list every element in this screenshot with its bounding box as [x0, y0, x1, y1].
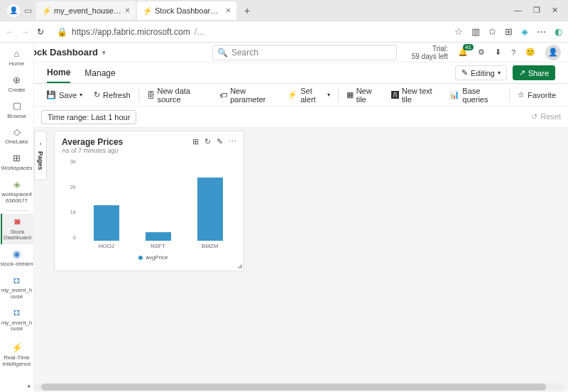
edit-tile-icon[interactable]: ✎	[217, 137, 223, 146]
collections-icon[interactable]: ▥	[471, 26, 480, 37]
new-text-tile-button[interactable]: 🅰New text tile	[386, 84, 444, 107]
rail-workspaces[interactable]: ⊞Workspaces	[1, 150, 33, 175]
resize-handle[interactable]: ◢	[237, 262, 242, 269]
minimize-icon[interactable]: —	[514, 6, 522, 15]
copilot-icon[interactable]: ◐	[555, 26, 562, 37]
forward-icon[interactable]: →	[21, 27, 30, 37]
url-text: https://app.fabric.microsoft.com	[72, 27, 190, 37]
favorites-icon[interactable]: ✩	[488, 26, 496, 37]
editing-button[interactable]: ✎Editing▾	[455, 65, 507, 80]
x-axis: HOOJ NSFT BMZM	[80, 243, 236, 249]
star-icon[interactable]: ☆	[454, 26, 463, 37]
url-path: /...	[195, 27, 204, 37]
pages-label: Pages	[37, 151, 44, 170]
dashboard-canvas: › Pages Average Prices As of 7 minutes a…	[34, 128, 568, 383]
bolt-icon: ⚡	[143, 6, 151, 15]
rail-home[interactable]: ⌂Home	[1, 45, 33, 70]
chevron-right-icon: ›	[40, 141, 42, 147]
set-alert-button[interactable]: ⚡Set alert▾	[283, 84, 334, 107]
share-button[interactable]: ↗Share	[513, 65, 555, 80]
queries-icon: 📊	[449, 90, 459, 99]
horizontal-scrollbar[interactable]: ◂ ▸	[34, 383, 565, 391]
feedback-icon[interactable]: 🙂	[525, 48, 535, 57]
stream-icon: ◉	[11, 249, 23, 260]
close-window-icon[interactable]: ✕	[552, 6, 558, 15]
more-icon[interactable]: ⋯	[537, 26, 546, 37]
close-icon[interactable]: ×	[125, 6, 130, 16]
tab-manage[interactable]: Manage	[84, 64, 115, 82]
notif-badge: 41	[463, 44, 474, 50]
save-button[interactable]: 💾Save▾	[41, 87, 87, 102]
search-placeholder: Search	[231, 48, 258, 58]
tile-subtitle: As of 7 minutes ago	[62, 147, 123, 154]
back-icon[interactable]: ←	[6, 27, 14, 37]
browser-tab-bar: 👤 ▭ ⚡ my_event_house - Real-Time Inte × …	[0, 0, 568, 21]
bolt-icon: ⚡	[42, 6, 50, 15]
settings-icon[interactable]: ⚙	[478, 48, 485, 57]
browser-tab[interactable]: ⚡ Stock Dashboard - Real-Time Inte ×	[137, 1, 236, 20]
toolbar: 💾Save▾ ↻Refresh 🗄New data source 🏷New pa…	[34, 84, 568, 107]
lock-icon: 🔒	[57, 27, 67, 37]
rail-create[interactable]: ⊕Create	[1, 72, 33, 97]
plus-icon: ⊕	[11, 75, 23, 86]
new-tile-button[interactable]: ▦New tile	[342, 84, 385, 107]
workspaces-icon: ⊞	[11, 153, 23, 164]
time-range-selector[interactable]: Time range: Last 1 hour	[41, 110, 136, 124]
close-icon[interactable]: ×	[226, 6, 231, 16]
bolt-icon: ⚡	[11, 342, 23, 354]
rail-onelake[interactable]: ◇OneLake	[1, 124, 33, 148]
browser-tab[interactable]: ⚡ my_event_house - Real-Time Inte ×	[36, 1, 136, 20]
pages-panel-toggle[interactable]: › Pages	[34, 131, 47, 180]
rail-stock-dashboard[interactable]: ◙Stock Dashboard	[1, 214, 33, 245]
refresh-icon: ↻	[94, 90, 100, 99]
chevron-down-icon[interactable]: ▾	[102, 49, 106, 56]
rail-label: Workspaces	[1, 165, 33, 172]
search-icon: 🔍	[217, 48, 228, 58]
rail-label: Stock Dashboard	[2, 229, 33, 242]
eventhouse-icon: ◘	[11, 307, 23, 319]
page-title[interactable]: Stock Dashboard ▾	[22, 47, 106, 58]
trial-status: Trial: 59 days left	[412, 45, 448, 60]
maximize-icon[interactable]: ❐	[533, 6, 540, 15]
new-parameter-button[interactable]: 🏷New parameter	[214, 84, 281, 107]
refresh-icon[interactable]: ↻	[37, 27, 44, 37]
scroll-left-icon[interactable]: ◂	[27, 383, 30, 389]
chevron-down-icon: ▾	[498, 70, 501, 76]
url-input[interactable]: 🔒 https://app.fabric.microsoft.com /...	[51, 27, 447, 37]
favorite-button[interactable]: ☆Favorite	[513, 87, 561, 102]
reset-button[interactable]: ↺Reset	[531, 112, 561, 121]
rail-event-house-1[interactable]: ◘my_event_house	[1, 272, 33, 303]
download-icon[interactable]: ⬇	[495, 48, 501, 57]
base-queries-button[interactable]: 📊Base queries	[444, 84, 506, 107]
more-tile-icon[interactable]: ⋯	[229, 137, 236, 146]
rail-workspace4[interactable]: ◈workspace46360677	[1, 176, 33, 207]
user-avatar[interactable]: 👤	[545, 45, 561, 60]
pencil-icon: ✎	[462, 68, 468, 77]
notifications-icon[interactable]: 🔔41	[458, 48, 468, 57]
rail-label: Create	[8, 87, 25, 94]
rail-browse[interactable]: ▢Browse	[1, 98, 33, 123]
rail-rti[interactable]: ⚡Real-Time Intelligence	[1, 339, 33, 371]
profile-icon[interactable]: 👤	[7, 4, 20, 17]
new-data-source-button[interactable]: 🗄New data source	[142, 84, 214, 107]
rail-label: stock-stream	[1, 261, 33, 268]
legend: avgPrice	[70, 254, 236, 261]
ext-icon[interactable]: ◈	[521, 26, 528, 37]
explore-icon[interactable]: ⊞	[192, 137, 199, 146]
extensions-icon[interactable]: ⊞	[505, 26, 513, 37]
refresh-tile-icon[interactable]: ↻	[204, 137, 211, 146]
new-tab-button[interactable]: +	[238, 5, 256, 16]
chart-tile[interactable]: Average Prices As of 7 minutes ago ⊞ ↻ ✎…	[54, 131, 244, 271]
tab-home[interactable]: Home	[47, 63, 70, 83]
help-icon[interactable]: ?	[511, 48, 515, 57]
refresh-button[interactable]: ↻Refresh	[89, 87, 136, 102]
search-input[interactable]: 🔍 Search	[212, 45, 397, 60]
dashboard-icon: ◙	[12, 217, 23, 228]
bar	[197, 178, 223, 241]
tab-actions-icon[interactable]: ▭	[24, 6, 32, 16]
rail-label: Real-Time Intelligence	[1, 355, 33, 368]
scrollbar-thumb[interactable]	[41, 383, 546, 391]
bar-chart: 0 1k 2k 3k HOOJ NSFT BMZM avgPrice	[70, 158, 236, 258]
rail-event-house-2[interactable]: ◘my_event_house	[1, 305, 33, 336]
rail-stock-stream[interactable]: ◉stock-stream	[1, 246, 33, 271]
